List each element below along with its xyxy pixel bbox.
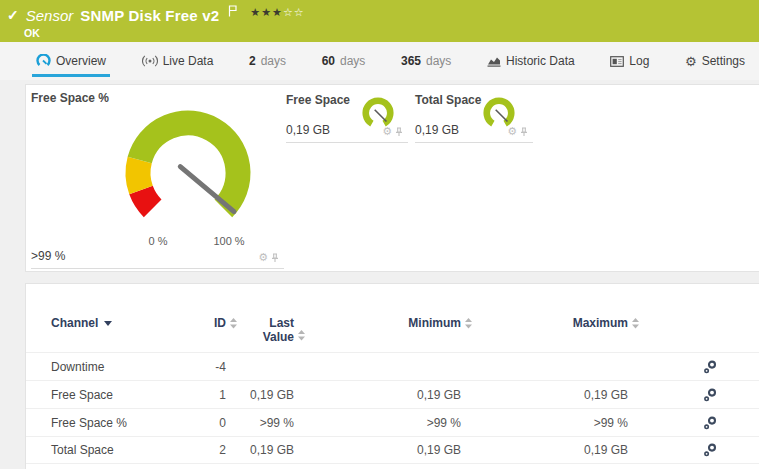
gauge-scale-min: 0 % <box>149 235 168 247</box>
tab-live-data-label: Live Data <box>163 54 214 68</box>
table-row: Total Space 2 0,19 GB 0,19 GB 0,19 GB <box>26 436 759 464</box>
stars-empty[interactable]: ☆☆ <box>283 6 305 18</box>
column-header-channel[interactable]: Channel <box>51 316 166 330</box>
column-header-last-value[interactable]: Last Value <box>226 316 294 344</box>
pin-icon[interactable] <box>520 127 528 137</box>
channel-minimum: 0,19 GB <box>294 443 461 457</box>
sort-icon <box>632 318 639 329</box>
table-row: Free Space 1 0,19 GB 0,19 GB 0,19 GB <box>26 380 759 408</box>
tab-log[interactable]: Log <box>610 42 649 80</box>
channel-last-value: >99 % <box>226 416 294 430</box>
status-check-icon: ✓ <box>7 8 19 22</box>
channel-last-value: 0,19 GB <box>226 443 294 457</box>
priority-stars[interactable]: ★★★☆☆ <box>250 6 304 19</box>
gauge-value: 0,19 GB <box>286 123 330 137</box>
tab-60-days-number: 60 <box>322 54 335 68</box>
column-header-id[interactable]: ID <box>166 316 226 330</box>
channel-settings-icon[interactable] <box>703 360 717 374</box>
channel-settings-icon[interactable] <box>703 388 717 402</box>
gauge-settings-icon[interactable]: ⚙ <box>507 126 517 137</box>
table-row: Downtime -4 <box>26 352 759 380</box>
tab-overview-label: Overview <box>56 54 106 68</box>
free-space-pct-gauge <box>103 93 273 233</box>
tab-live-data[interactable]: Live Data <box>142 42 214 80</box>
object-type-label: Sensor <box>26 7 74 24</box>
area-chart-icon <box>487 55 501 67</box>
channel-name[interactable]: Free Space % <box>51 416 166 430</box>
sort-icon <box>298 330 305 341</box>
channel-name[interactable]: Free Space <box>51 388 166 402</box>
priority-flag-icon[interactable] <box>228 3 238 21</box>
tab-settings[interactable]: ⚙ Settings <box>685 42 745 80</box>
gauge-widget-free-space-pct: Free Space % 0 % 100 % >99 % ⚙ <box>31 91 284 269</box>
tab-365-days[interactable]: 365 days <box>401 42 451 80</box>
tab-2-days-label: days <box>261 54 286 68</box>
channel-minimum: >99 % <box>294 416 461 430</box>
column-header-maximum[interactable]: Maximum <box>461 316 628 330</box>
channel-minimum: 0,19 GB <box>294 388 461 402</box>
gauge-scale-max: 100 % <box>213 235 244 247</box>
sort-caret-icon <box>104 321 112 326</box>
gauge-widget-free-space: Free Space 0,19 GB ⚙ <box>286 93 408 143</box>
tab-historic-data[interactable]: Historic Data <box>487 42 575 80</box>
gauge-settings-icon[interactable]: ⚙ <box>258 252 268 263</box>
tab-365-days-number: 365 <box>401 54 421 68</box>
gauge-widget-total-space: Total Space 0,19 GB ⚙ <box>415 93 533 143</box>
channel-name[interactable]: Total Space <box>51 443 166 457</box>
sensor-status-header: ✓ Sensor SNMP Disk Free v2 ★★★☆☆ OK <box>0 0 759 42</box>
gauge-settings-icon[interactable]: ⚙ <box>382 126 392 137</box>
gauge-icon <box>36 54 51 68</box>
channel-settings-icon[interactable] <box>703 443 717 457</box>
gauge-value: >99 % <box>31 249 65 263</box>
sensor-tab-bar: Overview Live Data 2 days 60 days 365 da… <box>0 42 759 80</box>
tab-2-days[interactable]: 2 days <box>249 42 286 80</box>
channels-table: Channel ID Last Value Minimum Maximum <box>26 284 759 464</box>
pin-icon[interactable] <box>271 253 279 263</box>
channels-panel: Channel ID Last Value Minimum Maximum <box>25 283 759 469</box>
channel-id: 2 <box>166 443 226 457</box>
gauge-value: 0,19 GB <box>415 123 459 137</box>
channel-maximum: 0,19 GB <box>461 443 628 457</box>
channel-maximum: 0,19 GB <box>461 388 628 402</box>
channel-settings-icon[interactable] <box>703 416 717 430</box>
tab-historic-data-label: Historic Data <box>506 54 575 68</box>
channel-maximum: >99 % <box>461 416 628 430</box>
gauge-needle <box>375 110 387 122</box>
gauges-panel: Free Space % 0 % 100 % >99 % ⚙ Free Spac… <box>25 84 759 272</box>
tab-overview[interactable]: Overview <box>36 42 106 80</box>
sensor-status-text: OK <box>24 27 751 39</box>
stars-filled[interactable]: ★★★ <box>250 6 283 18</box>
column-header-minimum[interactable]: Minimum <box>294 316 461 330</box>
sensor-title: SNMP Disk Free v2 <box>80 7 219 24</box>
channel-id: -4 <box>166 360 226 374</box>
gauge-title: Total Space <box>415 93 533 107</box>
tab-60-days[interactable]: 60 days <box>322 42 366 80</box>
gauge-needle <box>496 110 508 122</box>
log-list-icon <box>610 56 624 67</box>
channel-name[interactable]: Downtime <box>51 360 166 374</box>
channel-id: 1 <box>166 388 226 402</box>
table-header-row: Channel ID Last Value Minimum Maximum <box>26 316 759 352</box>
gear-icon: ⚙ <box>685 55 697 68</box>
table-row: Free Space % 0 >99 % >99 % >99 % <box>26 408 759 436</box>
tab-settings-label: Settings <box>702 54 745 68</box>
pin-icon[interactable] <box>395 127 403 137</box>
tab-365-days-label: days <box>426 54 451 68</box>
tab-2-days-number: 2 <box>249 54 256 68</box>
channel-last-value: 0,19 GB <box>226 388 294 402</box>
broadcast-icon <box>142 55 158 67</box>
tab-log-label: Log <box>629 54 649 68</box>
channel-id: 0 <box>166 416 226 430</box>
tab-60-days-label: days <box>340 54 365 68</box>
